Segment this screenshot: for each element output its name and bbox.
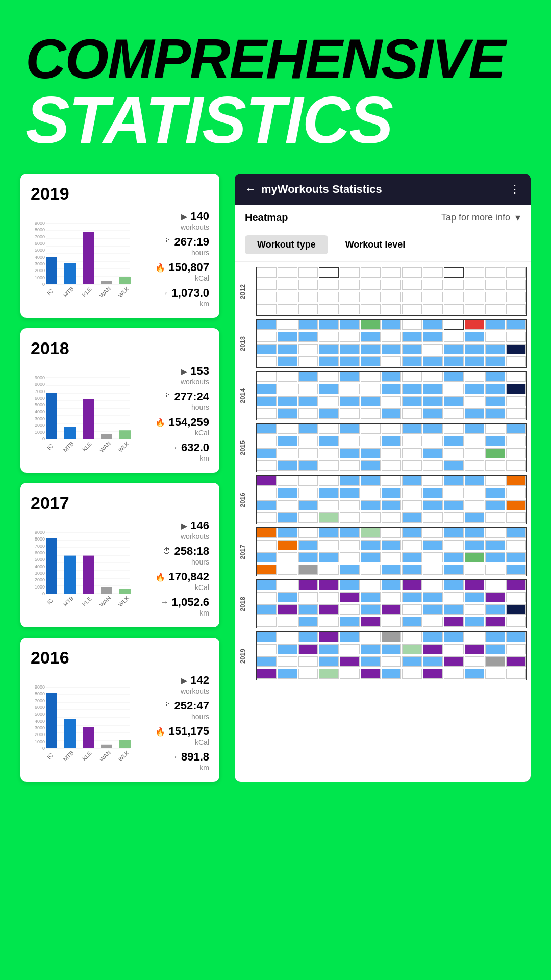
heatmap-cell[interactable] <box>361 540 381 550</box>
heatmap-cell[interactable] <box>465 617 485 627</box>
heatmap-cell[interactable] <box>444 592 464 602</box>
heatmap-cell[interactable] <box>278 280 297 290</box>
heatmap-cell[interactable] <box>319 267 339 278</box>
heatmap-cell[interactable] <box>465 304 485 314</box>
heatmap-cell[interactable] <box>423 448 443 458</box>
heatmap-cell[interactable] <box>444 304 464 314</box>
heatmap-cell[interactable] <box>465 424 485 434</box>
heatmap-cell[interactable] <box>465 476 485 486</box>
heatmap-cell[interactable] <box>257 656 277 667</box>
heatmap-cell[interactable] <box>444 448 464 458</box>
heatmap-cell[interactable] <box>298 604 318 615</box>
heatmap-cell[interactable] <box>444 632 464 642</box>
heatmap-cell[interactable] <box>361 292 381 302</box>
heatmap-cell[interactable] <box>361 644 381 654</box>
heatmap-cell[interactable] <box>257 540 277 550</box>
heatmap-cell[interactable] <box>402 292 422 302</box>
heatmap-cell[interactable] <box>382 356 402 366</box>
heatmap-cell[interactable] <box>485 436 505 446</box>
heatmap-cell[interactable] <box>485 292 505 302</box>
heatmap-cell[interactable] <box>402 476 422 486</box>
heatmap-cell[interactable] <box>465 372 485 382</box>
heatmap-cell[interactable] <box>361 396 381 406</box>
heatmap-cell[interactable] <box>423 604 443 615</box>
heatmap-cell[interactable] <box>319 604 339 615</box>
heatmap-cell[interactable] <box>485 267 505 278</box>
heatmap-cell[interactable] <box>278 424 297 434</box>
heatmap-cell[interactable] <box>465 565 485 575</box>
heatmap-cell[interactable] <box>278 320 297 330</box>
heatmap-cell[interactable] <box>319 656 339 667</box>
heatmap-cell[interactable] <box>465 396 485 406</box>
heatmap-cell[interactable] <box>382 488 402 498</box>
heatmap-cell[interactable] <box>319 384 339 394</box>
heatmap-cell[interactable] <box>444 604 464 615</box>
heatmap-cell[interactable] <box>340 500 360 510</box>
heatmap-cell[interactable] <box>444 528 464 538</box>
heatmap-cell[interactable] <box>444 424 464 434</box>
heatmap-cell[interactable] <box>485 565 505 575</box>
heatmap-cell[interactable] <box>402 592 422 602</box>
heatmap-cell[interactable] <box>506 372 526 382</box>
heatmap-cell[interactable] <box>340 320 360 330</box>
heatmap-cell[interactable] <box>465 632 485 642</box>
heatmap-cell[interactable] <box>298 372 318 382</box>
heatmap-cell[interactable] <box>340 604 360 615</box>
heatmap-cell[interactable] <box>361 592 381 602</box>
heatmap-cell[interactable] <box>298 656 318 667</box>
heatmap-cell[interactable] <box>319 632 339 642</box>
heatmap-cell[interactable] <box>382 604 402 615</box>
heatmap-cell[interactable] <box>506 632 526 642</box>
heatmap-cell[interactable] <box>465 580 485 590</box>
heatmap-cell[interactable] <box>423 460 443 471</box>
heatmap-cell[interactable] <box>278 460 297 471</box>
heatmap-cell[interactable] <box>340 436 360 446</box>
heatmap-cell[interactable] <box>382 436 402 446</box>
heatmap-cell[interactable] <box>340 565 360 575</box>
heatmap-cell[interactable] <box>298 488 318 498</box>
heatmap-cell[interactable] <box>319 669 339 679</box>
heatmap-cell[interactable] <box>340 617 360 627</box>
heatmap-cell[interactable] <box>423 292 443 302</box>
heatmap-cell[interactable] <box>402 344 422 354</box>
heatmap-cell[interactable] <box>298 384 318 394</box>
heatmap-cell[interactable] <box>506 528 526 538</box>
heatmap-cell[interactable] <box>361 356 381 366</box>
heatmap-cell[interactable] <box>382 320 402 330</box>
heatmap-cell[interactable] <box>319 448 339 458</box>
heatmap-cell[interactable] <box>278 580 297 590</box>
heatmap-cell[interactable] <box>423 580 443 590</box>
heatmap-cell[interactable] <box>278 436 297 446</box>
heatmap-cell[interactable] <box>423 267 443 278</box>
heatmap-cell[interactable] <box>423 565 443 575</box>
heatmap-cell[interactable] <box>298 304 318 314</box>
heatmap-cell[interactable] <box>298 267 318 278</box>
heatmap-cell[interactable] <box>278 267 297 278</box>
heatmap-cell[interactable] <box>257 332 277 342</box>
heatmap-cell[interactable] <box>402 540 422 550</box>
heatmap-cell[interactable] <box>278 476 297 486</box>
heatmap-cell[interactable] <box>506 320 526 330</box>
heatmap-cell[interactable] <box>506 396 526 406</box>
heatmap-cell[interactable] <box>319 552 339 562</box>
heatmap-scroll[interactable]: 20122013201420152016201720182019 <box>235 262 531 782</box>
heatmap-cell[interactable] <box>465 669 485 679</box>
heatmap-cell[interactable] <box>423 656 443 667</box>
heatmap-cell[interactable] <box>340 528 360 538</box>
heatmap-cell[interactable] <box>382 580 402 590</box>
heatmap-cell[interactable] <box>402 436 422 446</box>
heatmap-cell[interactable] <box>423 669 443 679</box>
heatmap-cell[interactable] <box>506 617 526 627</box>
tab-workout-level[interactable]: Workout level <box>333 235 418 254</box>
heatmap-cell[interactable] <box>402 396 422 406</box>
heatmap-cell[interactable] <box>361 604 381 615</box>
heatmap-cell[interactable] <box>382 565 402 575</box>
heatmap-cell[interactable] <box>361 408 381 419</box>
heatmap-cell[interactable] <box>257 460 277 471</box>
heatmap-cell[interactable] <box>361 669 381 679</box>
heatmap-cell[interactable] <box>423 436 443 446</box>
heatmap-cell[interactable] <box>444 384 464 394</box>
heatmap-cell[interactable] <box>423 644 443 654</box>
heatmap-cell[interactable] <box>465 500 485 510</box>
heatmap-cell[interactable] <box>257 408 277 419</box>
